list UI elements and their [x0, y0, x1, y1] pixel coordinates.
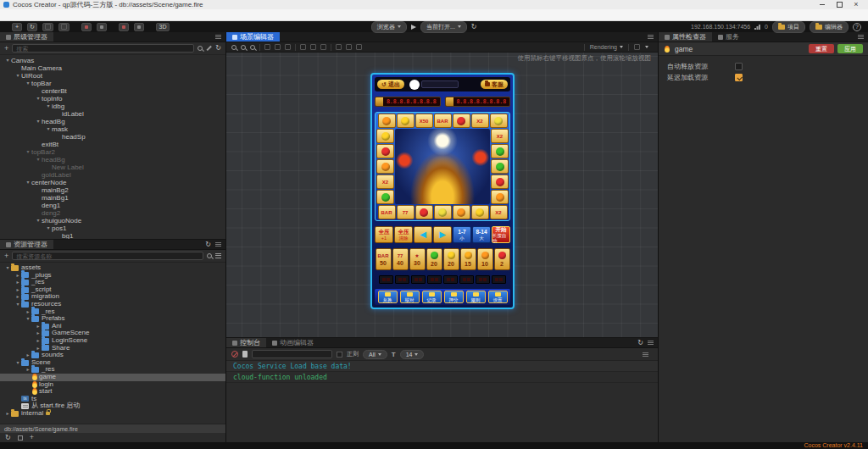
expand-arrow-icon[interactable]: ▸ — [25, 352, 31, 359]
panel-menu-icon[interactable] — [215, 35, 221, 39]
local-coord-button[interactable] — [119, 23, 129, 31]
align-top-icon[interactable] — [300, 44, 306, 50]
play-button[interactable] — [411, 25, 416, 30]
hierarchy-node-row[interactable]: ▾ pos1 — [0, 224, 225, 232]
close-button[interactable] — [848, 0, 865, 9]
hierarchy-node-row[interactable]: ▾ topBar2 — [0, 148, 225, 156]
expand-arrow-icon[interactable]: ▸ — [14, 286, 21, 294]
refresh-icon[interactable]: ↻ — [637, 340, 643, 346]
asset-row[interactable]: ▸ GameScene — [0, 330, 225, 337]
property-checkbox[interactable] — [735, 63, 743, 70]
filter-icon[interactable] — [215, 253, 221, 258]
hierarchy-node-row[interactable]: centerBt — [0, 87, 225, 95]
log-level-dropdown[interactable]: All — [363, 350, 387, 359]
expand-arrow-icon[interactable]: ▾ — [25, 148, 31, 156]
edit-icon[interactable] — [207, 46, 212, 51]
panel-menu-icon[interactable] — [648, 35, 654, 39]
hierarchy-node-row[interactable]: goldLabel — [0, 171, 225, 179]
open-project-button[interactable]: 项目 — [772, 21, 805, 33]
hierarchy-node-row[interactable]: ▾ topBar — [0, 80, 225, 87]
hierarchy-node-row[interactable]: exitBt — [0, 141, 225, 148]
rect-tool-icon[interactable] — [58, 23, 70, 31]
hierarchy-search-input[interactable] — [12, 44, 194, 53]
hierarchy-node-row[interactable]: ▾ mask — [0, 125, 225, 133]
expand-arrow-icon[interactable]: ▾ — [35, 217, 42, 224]
panel-menu-icon[interactable] — [648, 341, 654, 345]
tab-animation-editor[interactable]: 动画编辑器 — [266, 338, 320, 347]
tab-hierarchy[interactable]: 层级管理器 — [0, 32, 53, 42]
zoom-reset-icon[interactable] — [250, 45, 255, 50]
hierarchy-node-row[interactable]: ▾ headBg — [0, 156, 225, 164]
expand-arrow-icon[interactable]: ▾ — [4, 264, 11, 272]
expand-arrow-icon[interactable]: ▸ — [35, 337, 42, 345]
hierarchy-node-row[interactable]: ▾ UIRoot — [0, 72, 225, 80]
expand-arrow-icon[interactable]: ▾ — [35, 95, 42, 103]
property-checkbox[interactable] — [735, 74, 743, 81]
global-coord-button[interactable] — [134, 23, 144, 31]
open-scene-dropdown[interactable]: 当前打开... — [420, 21, 467, 33]
rendering-dropdown[interactable]: Rendering — [590, 44, 623, 50]
preview-target-dropdown[interactable]: 浏览器 — [371, 21, 407, 33]
3d-mode-button[interactable]: 3D — [156, 23, 170, 31]
minimize-button[interactable] — [814, 0, 831, 9]
hierarchy-node-row[interactable]: ▾ shuiguoNode — [0, 217, 225, 224]
search-icon[interactable] — [207, 253, 212, 258]
expand-arrow-icon[interactable]: ▸ — [14, 272, 21, 280]
hierarchy-node-row[interactable]: ▾ centerNode — [0, 179, 225, 186]
open-editor-button[interactable]: 编辑器 — [810, 21, 849, 33]
hierarchy-node-row[interactable]: ▾ idbg — [0, 103, 225, 110]
hierarchy-node-row[interactable]: deng2 — [0, 209, 225, 217]
hierarchy-node-row[interactable]: ▾ Canvas — [0, 57, 225, 64]
collapse-log-icon[interactable] — [242, 351, 248, 358]
expand-arrow-icon[interactable]: ▾ — [25, 179, 31, 186]
tab-scene-editor[interactable]: 场景编辑器 — [226, 32, 280, 42]
expand-arrow-icon[interactable]: ▾ — [45, 224, 52, 232]
camera-icon[interactable] — [634, 44, 640, 50]
hierarchy-node-row[interactable]: bg1 — [0, 232, 225, 239]
add-icon[interactable]: + — [30, 434, 34, 441]
asset-row[interactable]: ▸ LoginScene — [0, 337, 225, 345]
tab-service[interactable]: 服务 — [712, 32, 745, 42]
align-right-icon[interactable] — [285, 44, 291, 50]
asset-row[interactable]: ▸ sounds — [0, 352, 225, 359]
move-tool-icon[interactable]: + — [12, 23, 22, 31]
reset-button[interactable]: 重置 — [809, 44, 834, 53]
tab-inspector[interactable]: 属性检查器 — [659, 32, 712, 42]
align-bottom-icon[interactable] — [320, 44, 326, 50]
anchor-toggle-button[interactable] — [97, 23, 107, 31]
tab-assets[interactable]: 资源管理器 — [0, 240, 53, 249]
refresh-icon[interactable]: ↻ — [471, 24, 477, 30]
refresh-icon[interactable]: ↻ — [215, 45, 221, 52]
hierarchy-node-row[interactable]: ▾ headBg — [0, 118, 225, 125]
expand-arrow-icon[interactable]: ▾ — [25, 315, 31, 323]
expand-arrow-icon[interactable]: ▸ — [14, 279, 21, 286]
apply-button[interactable]: 应用 — [837, 44, 863, 53]
hierarchy-node-row[interactable]: New Label — [0, 164, 225, 171]
game-design-preview[interactable]: ↺退出 客服 8.8.8.8.8.8.8.8 8.8.8.8.8.8.8.8 X… — [370, 73, 515, 309]
font-size-dropdown[interactable]: 14 — [400, 350, 425, 359]
asset-row[interactable]: start — [0, 388, 225, 396]
expand-arrow-icon[interactable]: ▸ — [14, 293, 21, 301]
expand-arrow-icon[interactable]: ▾ — [14, 72, 21, 80]
expand-arrow-icon[interactable]: ▸ — [35, 323, 42, 330]
hierarchy-node-row[interactable]: ▾ topInfo — [0, 95, 225, 103]
expand-arrow-icon[interactable]: ▾ — [14, 359, 21, 367]
assets-search-input[interactable] — [12, 252, 203, 260]
rotate-tool-icon[interactable]: ↻ — [27, 23, 37, 31]
hierarchy-node-row[interactable]: deng1 — [0, 202, 225, 209]
expand-arrow-icon[interactable]: ▸ — [35, 345, 42, 352]
asset-row[interactable]: login — [0, 381, 225, 389]
asset-row[interactable]: ▸ Ani — [0, 323, 225, 330]
expand-arrow-icon[interactable]: ▸ — [4, 410, 11, 418]
panel-menu-icon[interactable] — [858, 35, 864, 39]
hierarchy-node-row[interactable]: idLabel — [0, 110, 225, 118]
expand-arrow-icon[interactable]: ▾ — [45, 103, 52, 110]
zoom-in-icon[interactable] — [231, 45, 236, 50]
asset-row[interactable]: ▸ _res — [0, 366, 225, 374]
create-asset-button[interactable]: + — [4, 252, 8, 260]
expand-arrow-icon[interactable]: ▾ — [4, 57, 11, 64]
expand-arrow-icon[interactable]: ▸ — [35, 330, 42, 337]
align-center-h-icon[interactable] — [275, 44, 281, 50]
expand-arrow-icon[interactable]: ▾ — [35, 118, 42, 125]
hierarchy-node-row[interactable]: headSp — [0, 133, 225, 141]
